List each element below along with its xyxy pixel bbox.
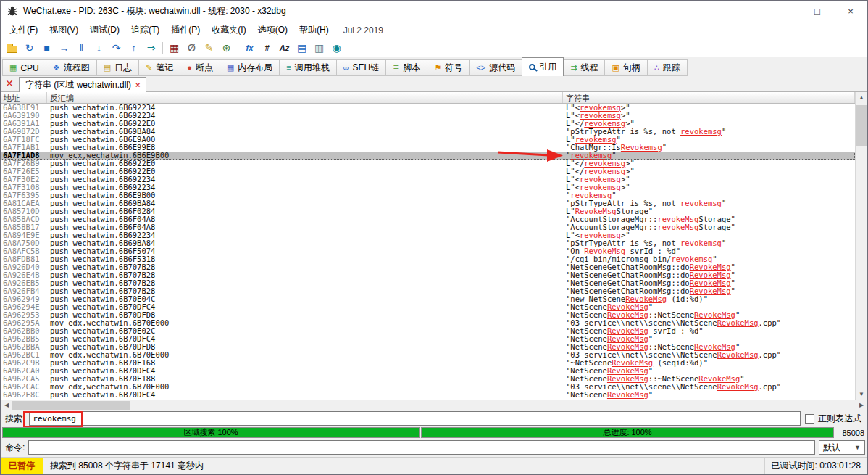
vertical-scroll-track[interactable]	[856, 103, 867, 389]
settings-icon[interactable]: ⊛	[218, 40, 235, 56]
table-row[interactable]: 6A7F30E2push wechatwin.6B692234L"<revoke…	[1, 175, 855, 183]
patches-icon[interactable]: ▦	[166, 40, 183, 56]
vertical-scrollbar[interactable]: ▲ ▼	[855, 92, 867, 400]
tab-source[interactable]: <>源代码	[469, 59, 522, 76]
menu-item[interactable]: 文件(F)	[4, 21, 43, 39]
table-row[interactable]: 6A7F26E5push wechatwin.6B6922E0L"</revok…	[1, 168, 855, 175]
tab-trace[interactable]: ∴跟踪	[647, 59, 688, 76]
animate-icon[interactable]: ◉	[328, 40, 345, 56]
maximize-button[interactable]: □	[801, 1, 834, 21]
tab-symbols[interactable]: ⚑符号	[427, 59, 470, 76]
menu-item[interactable]: 追踪(T)	[125, 21, 165, 39]
horizontal-scroll-thumb[interactable]	[12, 401, 130, 410]
menu-item[interactable]: 收藏夹(I)	[206, 21, 251, 39]
table-row[interactable]: 6A926EB5push wechatwin.6B707B28"NetScene…	[1, 279, 855, 287]
comment-icon[interactable]: ✎	[201, 40, 217, 56]
scroll-up-icon[interactable]: ▲	[856, 92, 867, 103]
table-row[interactable]: 6A858B17push wechatwin.6B6F04A8"AccountS…	[1, 223, 855, 231]
tab-close-icon[interactable]: ×	[135, 80, 140, 89]
menu-item[interactable]: 选项(O)	[252, 21, 293, 39]
tab-graph[interactable]: ❖流程图	[46, 59, 97, 76]
vertical-scroll-thumb[interactable]	[856, 105, 867, 146]
table-row[interactable]: 6A69872Dpush wechatwin.6B69BA84"pStrType…	[1, 128, 855, 136]
menu-item[interactable]: 帮助(H)	[293, 21, 335, 39]
table-row[interactable]: 6A962CA0push wechatwin.6B70DFC4"NetScene…	[1, 367, 855, 375]
tab-breakpoints[interactable]: ●断点	[180, 59, 220, 76]
scroll-right-icon[interactable]: ▶	[856, 402, 867, 408]
tab-handles[interactable]: ▣句柄	[604, 59, 647, 76]
table-row[interactable]: 6A7F18FCpush wechatwin.6B6E9A00L"revokem…	[1, 136, 855, 144]
menu-item[interactable]: 调试(D)	[84, 21, 125, 39]
horizontal-scroll-track[interactable]	[12, 400, 856, 410]
table-row[interactable]: 6A7F1AD8mov ecx,wechatwin.6B6E9B00"revok…	[1, 152, 855, 160]
menu-item[interactable]: 视图(V)	[43, 21, 84, 39]
execute-till-return-icon[interactable]: ↑	[125, 40, 142, 56]
regex-checkbox[interactable]	[805, 414, 814, 424]
table-row[interactable]: 6A962BBApush wechatwin.6B70DFD8"NetScene…	[1, 343, 855, 351]
table-row[interactable]: 6A6391A1push wechatwin.6B6922E0L"</revok…	[1, 120, 855, 128]
table-row[interactable]: 6A962953push wechatwin.6B70DFD8"NetScene…	[1, 311, 855, 319]
minimize-button[interactable]: –	[767, 1, 801, 21]
tab-strings-view[interactable]: 字符串 (区域 wechatwin.dll) ×	[19, 77, 146, 92]
run-icon[interactable]: →	[56, 40, 72, 56]
table-row[interactable]: 6A962C9Bpush wechatwin.6B70E168"~NetScen…	[1, 359, 855, 367]
table-row[interactable]: 6A926FB4push wechatwin.6B707B28"NetScene…	[1, 287, 855, 295]
table-row[interactable]: 6A96295Amov edx,wechatwin.6B70E000"03_se…	[1, 319, 855, 327]
table-row[interactable]: 6A962BB5push wechatwin.6B70DFC4"NetScene…	[1, 335, 855, 343]
tab-references[interactable]: 引用	[522, 57, 564, 76]
command-input[interactable]	[28, 440, 815, 455]
tab-threads[interactable]: ⇉线程	[563, 59, 605, 76]
table-row[interactable]: 6A962BB0push wechatwin.6B70E02C"NetScene…	[1, 327, 855, 335]
tab-memory-map[interactable]: ▦内存布局	[220, 59, 280, 76]
table-row[interactable]: 6A962E8Cpush wechatwin.6B70DFC4"NetScene…	[1, 391, 855, 399]
table-row[interactable]: 6A85710Dpush wechatwin.6B6F0284L"RevokeM…	[1, 207, 855, 215]
column-header-string[interactable]: 字符串	[563, 92, 855, 103]
scroll-down-icon[interactable]: ▼	[856, 389, 867, 400]
tab-script[interactable]: ≣脚本	[385, 59, 427, 76]
table-row[interactable]: 6A639190push wechatwin.6B692234L"<revoke…	[1, 112, 855, 120]
open-file-icon[interactable]	[4, 40, 20, 56]
table-row[interactable]: 6A7F26B9push wechatwin.6B6922E0L"</revok…	[1, 160, 855, 168]
close-button[interactable]: ×	[834, 1, 867, 21]
tab-call-stack[interactable]: ≡调用堆栈	[279, 59, 336, 76]
table-row[interactable]: 6A7F6395push wechatwin.6B6E9B00"revokems…	[1, 191, 855, 199]
restart-icon[interactable]: ↻	[21, 40, 38, 56]
search-input[interactable]	[29, 411, 801, 426]
log-window-icon[interactable]: ▤	[293, 40, 310, 56]
step-over-icon[interactable]: ↷	[108, 40, 125, 56]
table-row[interactable]: 6A8A750Dpush wechatwin.6B69BA84"pStrType…	[1, 239, 855, 247]
table-row[interactable]: 6A8FDB81push wechatwin.6B6F5318"/cgi-bin…	[1, 255, 855, 263]
horizontal-scrollbar[interactable]: ◀ ▶	[1, 400, 867, 410]
hide-debugger-icon[interactable]: Ø	[183, 40, 200, 56]
stop-icon[interactable]: ■	[38, 40, 55, 56]
calculator-icon[interactable]: #	[259, 40, 275, 56]
table-row[interactable]: 6A926E4Bpush wechatwin.6B707B28"NetScene…	[1, 271, 855, 279]
table-row[interactable]: 6A7F1AB1push wechatwin.6B6E99E8"ChatMgr:…	[1, 144, 855, 152]
column-header-disassembly[interactable]: 反汇编	[47, 92, 563, 103]
tab-notes[interactable]: ✎笔记	[138, 59, 180, 76]
functions-icon[interactable]: fx	[241, 40, 258, 56]
table-row[interactable]: 6A962949push wechatwin.6B70E04C"new NetS…	[1, 295, 855, 303]
menu-item[interactable]: 插件(P)	[165, 21, 206, 39]
scroll-left-icon[interactable]: ◀	[1, 402, 12, 408]
step-into-icon[interactable]: ↓	[91, 40, 107, 56]
font-icon[interactable]: Az	[276, 40, 293, 56]
table-row[interactable]: 6A962CA5push wechatwin.6B70E188"NetScene…	[1, 375, 855, 383]
column-header-address[interactable]: 地址	[1, 92, 47, 103]
table-row[interactable]: 6A8AFC5Bpush wechatwin.6B6F5074"On Revok…	[1, 247, 855, 255]
table-row[interactable]: 6A926D40push wechatwin.6B707B28"NetScene…	[1, 263, 855, 271]
table-row[interactable]: 6A81CAEApush wechatwin.6B69BA84"pStrType…	[1, 199, 855, 207]
table-row[interactable]: 6A858ACDpush wechatwin.6B6F04A8"AccountS…	[1, 215, 855, 223]
tab-cpu[interactable]: ▦CPU	[2, 59, 46, 76]
table-row[interactable]: 6A894E9Epush wechatwin.6B692234L"<revoke…	[1, 231, 855, 239]
table-row[interactable]: 6A638F91push wechatwin.6B692234L"<revoke…	[1, 104, 855, 112]
run-to-user-code-icon[interactable]: ⇒	[143, 40, 159, 56]
tab-log[interactable]: ▤日志	[96, 59, 139, 76]
pause-icon[interactable]: ‖	[73, 40, 90, 56]
command-profile-dropdown[interactable]: 默认 ▼	[819, 440, 865, 455]
memory-window-icon[interactable]: ▥	[311, 40, 327, 56]
table-row[interactable]: 6A7F3108push wechatwin.6B692234L"<revoke…	[1, 183, 855, 191]
table-row[interactable]: 6A962BC1mov edx,wechatwin.6B70E000"03_se…	[1, 351, 855, 359]
table-row[interactable]: 6A96294Epush wechatwin.6B70DFC4"NetScene…	[1, 303, 855, 311]
table-row[interactable]: 6A962CACmov edx,wechatwin.6B70E000"03_se…	[1, 383, 855, 391]
